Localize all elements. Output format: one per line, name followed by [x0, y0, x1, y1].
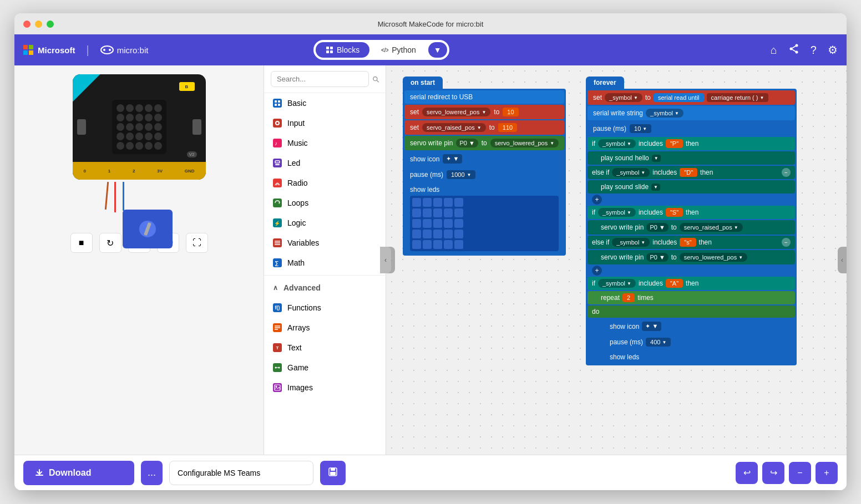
- category-game[interactable]: Game: [264, 358, 386, 378]
- show-icon-block[interactable]: show icon ✦ ▼: [404, 151, 564, 166]
- pin-0[interactable]: 0: [83, 169, 85, 174]
- header-actions: ⌂ ? ⚙: [771, 43, 838, 57]
- serial-write-block[interactable]: serial write string _symbol ▼: [587, 106, 795, 120]
- elseif-s-minus-btn[interactable]: −: [782, 238, 791, 247]
- category-input[interactable]: Input: [264, 113, 386, 133]
- elseif-d-block[interactable]: else if _symbol ▼ includes "D" then −: [587, 166, 795, 179]
- svg-point-41: [276, 386, 277, 388]
- svg-rect-8: [330, 47, 333, 49]
- pause-400-block[interactable]: pause (ms) 400 ▼: [587, 335, 795, 349]
- save-button[interactable]: [320, 461, 346, 485]
- tab-dropdown-button[interactable]: ▼: [428, 42, 447, 58]
- blocks-workspace[interactable]: on start serial redirect to USB set serv…: [386, 65, 847, 455]
- add-condition-btn-2[interactable]: +: [592, 266, 602, 276]
- settings-icon[interactable]: ⚙: [828, 43, 838, 57]
- svg-rect-0: [23, 45, 28, 49]
- add-condition-btn[interactable]: +: [592, 195, 602, 205]
- category-led[interactable]: Led: [264, 153, 386, 173]
- category-advanced[interactable]: ∧ Advanced: [264, 278, 386, 298]
- workspace-right-toggle[interactable]: ‹: [838, 247, 847, 273]
- set-symbol-block[interactable]: set _symbol ▼ to serial read until carri…: [587, 90, 795, 105]
- led-cell: [433, 198, 442, 207]
- led-cell: [412, 219, 421, 228]
- microbit-icon: [100, 45, 114, 54]
- lowered-value: 10: [503, 108, 518, 116]
- undo-icon: ↩: [743, 467, 751, 478]
- category-functions[interactable]: f() Functions: [264, 298, 386, 318]
- loops-label: Loops: [287, 198, 308, 207]
- category-arrays[interactable]: Arrays: [264, 318, 386, 338]
- category-music[interactable]: ♪ Music: [264, 133, 386, 153]
- show-leds-nested-block[interactable]: show leds: [587, 350, 795, 364]
- header: Microsoft | micro:bit Blocks: [14, 34, 847, 65]
- if-s-block[interactable]: if _symbol ▼ includes "S" then: [587, 206, 795, 219]
- minimize-button[interactable]: [35, 21, 42, 28]
- category-logic[interactable]: ⚡ Logic: [264, 213, 386, 233]
- servo-lowered-block[interactable]: servo write pin P0 ▼ to servo_lowered_po…: [587, 250, 795, 264]
- button-b[interactable]: [193, 119, 201, 135]
- wire-area: [73, 182, 206, 226]
- zoom-in-button[interactable]: +: [816, 462, 838, 484]
- then-keyword: then: [686, 140, 698, 147]
- download-more-button[interactable]: ...: [141, 461, 163, 485]
- close-button[interactable]: [23, 21, 31, 28]
- play-sound-slide-block[interactable]: play sound slide ▼: [587, 180, 795, 194]
- category-variables[interactable]: Variables: [264, 233, 386, 253]
- basic-icon-svg: [274, 100, 281, 106]
- show-leds-block[interactable]: show leds: [404, 183, 564, 254]
- restart-button[interactable]: ↻: [99, 233, 121, 253]
- serial-redirect-block[interactable]: serial redirect to USB: [404, 90, 564, 104]
- button-a[interactable]: [77, 119, 86, 135]
- if-s-keyword: if: [592, 208, 595, 216]
- led-cell: [433, 208, 442, 217]
- led: [154, 114, 162, 121]
- stop-button[interactable]: ■: [70, 233, 93, 253]
- python-tab-label: Python: [392, 45, 416, 54]
- help-icon[interactable]: ?: [811, 44, 817, 57]
- zoom-out-button[interactable]: −: [789, 462, 811, 484]
- sidebar-collapse-toggle[interactable]: ‹: [380, 247, 391, 273]
- set-servo-raised-block[interactable]: set servo_raised_pos ▼ to 110: [404, 120, 564, 135]
- elseif-small-s-block[interactable]: else if _symbol ▼ includes "s" then −: [587, 236, 795, 249]
- tab-blocks[interactable]: Blocks: [316, 42, 369, 58]
- category-math[interactable]: ∑ Math: [264, 253, 386, 273]
- led: [117, 104, 124, 112]
- pause-forever-block[interactable]: pause (ms) 10 ▼: [587, 121, 795, 136]
- if-a-block[interactable]: if _symbol ▼ includes "A" then: [587, 277, 795, 290]
- project-name-input[interactable]: [169, 461, 313, 485]
- microsoft-label: Microsoft: [38, 45, 75, 55]
- led: [145, 142, 153, 150]
- servo-write-block[interactable]: servo write pin P0 ▼ to servo_lowered_po…: [404, 136, 564, 150]
- repeat-block[interactable]: repeat 2 times: [587, 291, 795, 304]
- share-icon[interactable]: [788, 43, 799, 57]
- includes-small-s: includes: [652, 238, 677, 246]
- if-p-block[interactable]: if _symbol ▼ includes "P" then: [587, 137, 795, 150]
- fullscreen-button[interactable]: ⛶: [186, 233, 208, 253]
- servo-raised-block[interactable]: servo write pin P0 ▼ to servo_raised_pos…: [587, 220, 795, 235]
- pause-block[interactable]: pause (ms) 1000 ▼: [404, 167, 564, 182]
- category-loops[interactable]: Loops: [264, 193, 386, 213]
- search-input[interactable]: [271, 71, 369, 87]
- set-servo-lowered-block[interactable]: set servo_lowered_pos ▼ to 10: [404, 105, 564, 119]
- redo-button[interactable]: ↪: [762, 462, 784, 484]
- play-sound-hello-block[interactable]: play sound hello ▼: [587, 151, 795, 165]
- download-button[interactable]: Download: [23, 461, 134, 485]
- pin-2[interactable]: 2: [133, 169, 135, 174]
- category-basic[interactable]: Basic: [264, 93, 386, 113]
- category-images[interactable]: Images: [264, 378, 386, 398]
- elseif-minus-btn[interactable]: −: [782, 168, 791, 177]
- maximize-button[interactable]: [47, 21, 54, 28]
- save-icon: [328, 467, 338, 477]
- home-icon[interactable]: ⌂: [771, 44, 777, 57]
- pin-1[interactable]: 1: [108, 169, 110, 174]
- svg-point-4: [101, 46, 113, 54]
- wire-brown: [104, 182, 108, 210]
- category-radio[interactable]: Radio: [264, 173, 386, 193]
- window-title: Microsoft MakeCode for micro:bit: [378, 20, 484, 28]
- show-icon-nested-block[interactable]: show icon ✦ ▼: [587, 319, 795, 334]
- tab-python[interactable]: </> Python: [371, 42, 426, 58]
- category-text[interactable]: T Text: [264, 338, 386, 358]
- do-label: do: [587, 306, 795, 318]
- main-content: B: [14, 65, 847, 455]
- undo-button[interactable]: ↩: [736, 462, 758, 484]
